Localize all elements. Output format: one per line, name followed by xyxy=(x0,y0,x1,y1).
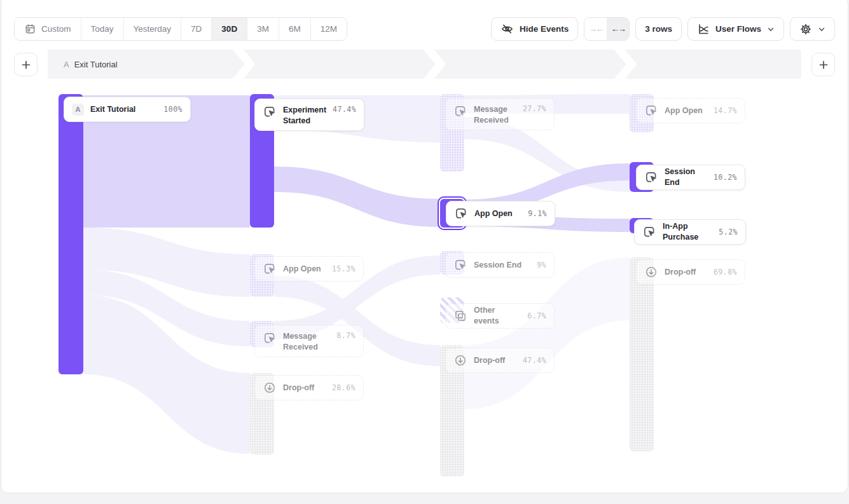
node-percentage: 47.4% xyxy=(333,105,356,114)
flow-link-experiment-started-2--app-open-3 xyxy=(274,167,440,227)
node-percentage: 8.7% xyxy=(336,331,355,340)
width-toggle-group: →← ←→ xyxy=(584,17,630,41)
node-label: In-App Purchase xyxy=(663,221,712,243)
date-range-6m[interactable]: 6M xyxy=(279,18,310,40)
funnel-step-bar[interactable]: A Exit Tutorial xyxy=(48,50,801,79)
node-label: App Open xyxy=(665,106,707,116)
node-percentage: 6.7% xyxy=(527,311,546,320)
rows-button[interactable]: 3 rows xyxy=(635,17,682,41)
toolbar: CustomTodayYesterday7D30D3M6M12M Hide Ev… xyxy=(0,17,849,41)
event-icon xyxy=(263,331,277,345)
node-percentage: 9% xyxy=(537,261,546,269)
flow-node-card-drop-off-4[interactable]: Drop-off69.8% xyxy=(636,259,745,285)
flow-node-card-app-open-2[interactable]: App Open15.3% xyxy=(254,256,364,282)
hide-events-label: Hide Events xyxy=(520,24,569,34)
date-range-12m[interactable]: 12M xyxy=(310,18,347,40)
flow-node-bar-exit-tutorial-1[interactable] xyxy=(59,94,83,374)
event-icon xyxy=(642,225,656,239)
node-percentage: 47.4% xyxy=(523,356,546,365)
flow-node-card-message-received-2[interactable]: Message Received8.7% xyxy=(254,325,364,357)
event-icon xyxy=(454,207,468,221)
date-range-7d[interactable]: 7D xyxy=(181,18,211,40)
flow-links-layer xyxy=(0,79,849,493)
date-range-label: 3M xyxy=(257,24,269,34)
event-icon xyxy=(453,104,467,118)
flow-node-card-session-end-3[interactable]: Session End9% xyxy=(445,252,555,278)
flow-node-card-app-open-3[interactable]: App Open9.1% xyxy=(446,201,555,226)
step-label: A Exit Tutorial xyxy=(64,50,118,79)
step-letter: A xyxy=(64,60,69,69)
date-range-label: 7D xyxy=(191,24,202,34)
date-range-label: Custom xyxy=(41,24,71,34)
toolbar-right-cluster: Hide Events →← ←→ 3 rows User Flows xyxy=(491,17,835,41)
node-label: Experiment Started xyxy=(283,105,326,126)
date-range-today[interactable]: Today xyxy=(81,18,123,40)
date-range-label: 12M xyxy=(321,24,337,34)
drop-off-icon xyxy=(644,265,658,279)
event-icon xyxy=(263,105,277,119)
drop-off-icon xyxy=(453,353,467,367)
node-label: Drop-off xyxy=(665,267,707,278)
node-percentage: 10.2% xyxy=(714,173,737,182)
flow-node-card-drop-off-3[interactable]: Drop-off47.4% xyxy=(445,348,555,373)
node-label: Drop-off xyxy=(474,355,516,366)
node-label: App Open xyxy=(474,208,521,219)
date-range-custom[interactable]: Custom xyxy=(15,18,81,40)
drop-off-icon xyxy=(263,381,277,395)
flow-node-card-experiment-started-2[interactable]: Experiment Started47.4% xyxy=(254,99,364,131)
event-icon xyxy=(263,262,277,276)
event-icon xyxy=(644,104,658,118)
flow-node-card-app-open-4[interactable]: App Open14.7% xyxy=(636,98,745,123)
flow-node-card-exit-tutorial-1[interactable]: AExit Tutorial100% xyxy=(64,97,191,122)
flow-node-card-other-events-3[interactable]: Other events6.7% xyxy=(445,303,555,329)
date-range-label: 30D xyxy=(221,24,237,34)
rows-label: 3 rows xyxy=(645,24,672,34)
flow-node-bar-drop-off-4[interactable] xyxy=(630,257,654,451)
step-chevron-separators xyxy=(48,50,801,79)
expand-columns-button[interactable]: ←→ xyxy=(607,18,629,40)
flow-link-drop-off-3--drop-off-4 xyxy=(464,257,630,409)
node-label: App Open xyxy=(283,264,326,275)
flow-node-card-message-received-3[interactable]: Message Received27.7% xyxy=(445,98,555,130)
node-percentage: 15.3% xyxy=(332,264,355,273)
event-icon xyxy=(644,170,658,184)
event-icon xyxy=(453,258,467,272)
node-percentage: 69.8% xyxy=(714,268,737,276)
calendar-icon xyxy=(24,23,36,35)
node-percentage: 5.2% xyxy=(719,228,738,236)
user-flows-icon xyxy=(697,23,710,36)
settings-button[interactable] xyxy=(790,17,835,41)
node-label: Message Received xyxy=(283,331,330,353)
flow-node-card-drop-off-2[interactable]: Drop-off28.6% xyxy=(254,375,364,400)
node-label: Drop-off xyxy=(283,383,326,393)
add-step-left-button[interactable] xyxy=(14,53,38,76)
date-range-30d[interactable]: 30D xyxy=(211,18,247,40)
sankey-canvas: AExit Tutorial100%Experiment Started47.4… xyxy=(0,79,849,493)
eye-off-icon xyxy=(500,22,514,36)
date-range-label: 6M xyxy=(289,24,301,34)
node-percentage: 27.7% xyxy=(523,104,546,113)
flow-node-card-session-end-4[interactable]: Session End10.2% xyxy=(636,165,745,190)
node-percentage: 9.1% xyxy=(528,209,547,218)
view-selector-button[interactable]: User Flows xyxy=(687,17,784,41)
hide-events-button[interactable]: Hide Events xyxy=(491,17,578,41)
other-events-icon xyxy=(453,309,467,323)
date-range-yesterday[interactable]: Yesterday xyxy=(123,18,181,40)
node-label: Exit Tutorial xyxy=(90,104,157,115)
add-step-right-button[interactable] xyxy=(811,53,835,76)
step-name: Exit Tutorial xyxy=(74,60,118,69)
date-range-group: CustomTodayYesterday7D30D3M6M12M xyxy=(14,17,347,41)
plus-icon xyxy=(818,60,829,70)
date-range-label: Today xyxy=(91,24,114,34)
gear-icon xyxy=(799,23,812,36)
date-range-3m[interactable]: 3M xyxy=(247,18,279,40)
node-percentage: 100% xyxy=(163,105,183,114)
view-selector-label: User Flows xyxy=(715,24,761,34)
node-label: Session End xyxy=(474,260,530,271)
flow-node-card-in-app-purchase-4[interactable]: In-App Purchase5.2% xyxy=(634,219,746,245)
node-label: Session End xyxy=(665,167,707,188)
plus-icon xyxy=(21,60,31,70)
node-label: Message Received xyxy=(474,104,516,126)
collapse-columns-button[interactable]: →← xyxy=(584,18,607,40)
node-percentage: 14.7% xyxy=(714,106,737,115)
